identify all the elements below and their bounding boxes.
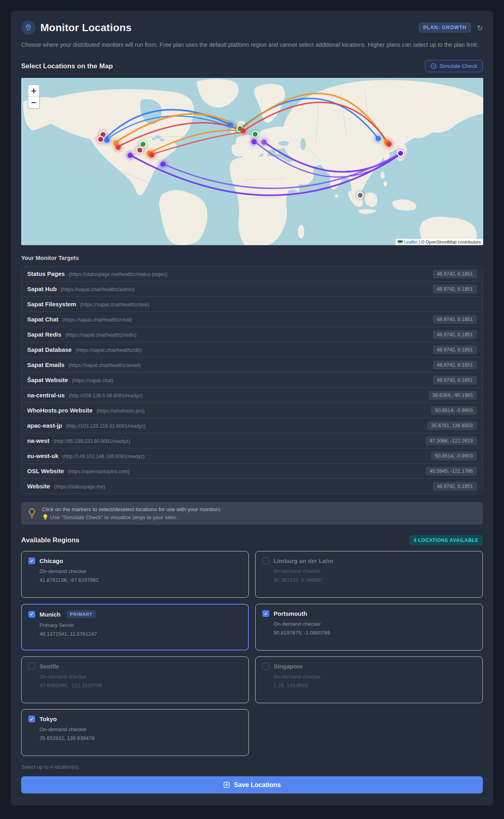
- page-title: Monitor Locations: [40, 22, 132, 34]
- world-map[interactable]: + − Leaflet | © OpenStreetMap contributo…: [21, 78, 483, 245]
- map-marker[interactable]: [385, 140, 393, 148]
- target-name: Sapat Hub: [27, 286, 57, 292]
- target-row: eu-west-uk(http://149.102.146.185:8081/r…: [21, 448, 483, 464]
- target-name: Website: [27, 483, 50, 490]
- map-marker[interactable]: [356, 191, 364, 199]
- region-name: Munich: [40, 611, 61, 618]
- map-marker[interactable]: [239, 127, 247, 135]
- target-name: eu-west-uk: [27, 452, 58, 459]
- target-name: Sapat Database: [27, 346, 72, 353]
- target-coords-badge: 48.9742, 8.1851: [433, 315, 477, 324]
- save-icon: [223, 781, 230, 788]
- region-type: Primary Server: [40, 622, 242, 628]
- tip-box: Click on the markers to select/deselect …: [21, 502, 483, 525]
- save-locations-button[interactable]: Save Locations: [21, 776, 483, 793]
- target-coords-badge: 48.9742, 8.1851: [433, 285, 477, 293]
- region-name: Portsmouth: [274, 610, 307, 617]
- target-row: Website(https://statuspage.me)48.9742, 8…: [21, 478, 483, 494]
- map-marker[interactable]: [103, 136, 111, 144]
- panel-header: Monitor Locations PLAN: GROWTH ↻: [21, 20, 483, 35]
- map-marker[interactable]: [374, 135, 382, 143]
- target-row: Sapat Filesystem(https://sapat.chat/heal…: [21, 296, 483, 312]
- map-marker[interactable]: [114, 143, 122, 151]
- checkbox-tokyo[interactable]: ✓: [28, 716, 35, 722]
- target-name: Status Pages: [27, 270, 65, 277]
- target-coords-badge: 35.6761, 139.6503: [427, 421, 477, 430]
- checkbox-seattle[interactable]: [28, 663, 35, 670]
- leaflet-link[interactable]: Leaflet: [404, 240, 417, 244]
- target-coords-badge: 50.8514, -0.9903: [431, 406, 477, 415]
- target-row: WhoHosts.pro Website(https://whohosts.pr…: [21, 403, 483, 418]
- region-type: On-demand checker: [274, 621, 476, 627]
- region-card-seattle[interactable]: SeattleOn-demand checker47.6062095, -122…: [21, 656, 249, 703]
- target-coords-badge: 48.9742, 8.1851: [433, 345, 477, 354]
- checkbox-singapore[interactable]: [262, 663, 269, 670]
- tip-line-2: 💡 Use "Simulate Check" to visualize ping…: [42, 514, 222, 520]
- checkbox-portsmouth[interactable]: ✓: [262, 610, 269, 617]
- target-url: (https://statuspage.me): [54, 484, 105, 490]
- region-card-tokyo[interactable]: ✓TokyoOn-demand checker35.652832, 139.83…: [21, 709, 249, 756]
- target-name: na-central-us: [27, 392, 65, 399]
- region-coords: 35.652832, 139.839478: [40, 735, 242, 741]
- region-name: Tokyo: [40, 716, 57, 722]
- checkbox-limburg-an-der-lahn[interactable]: [262, 557, 269, 564]
- target-name: Sapat Chat: [27, 316, 58, 323]
- target-row: na-central-us(http://209.126.0.56:8081/r…: [21, 387, 483, 403]
- targets-heading: Your Monitor Targets: [21, 255, 483, 261]
- map-marker[interactable]: [250, 138, 258, 146]
- map-marker[interactable]: [251, 130, 259, 138]
- map-marker[interactable]: [126, 151, 134, 159]
- region-coords: 50.383333, 8.066667: [274, 577, 476, 583]
- region-name: Seattle: [40, 663, 59, 670]
- target-url: (https://sapat.chat/healthz/chat): [62, 317, 132, 323]
- target-coords-badge: 48.9742, 8.1851: [433, 482, 477, 491]
- region-card-limburg-an-der-lahn[interactable]: Limburg an der LahnOn-demand checker50.3…: [255, 551, 483, 598]
- region-card-portsmouth[interactable]: ✓PortsmouthOn-demand checker50.8197675, …: [255, 604, 483, 650]
- monitor-locations-panel: Monitor Locations PLAN: GROWTH ↻ Choose …: [11, 11, 493, 805]
- target-url: (http://103.125.216.51:8081/readyz): [66, 423, 146, 429]
- target-name: Sapat Filesystem: [27, 301, 76, 307]
- simulate-check-button[interactable]: Simulate Check: [425, 60, 483, 72]
- region-grid: ✓ChicagoOn-demand checker41.8781136, -87…: [21, 551, 483, 756]
- region-name: Limburg an der Lahn: [274, 557, 333, 564]
- region-card-chicago[interactable]: ✓ChicagoOn-demand checker41.8781136, -87…: [21, 551, 249, 598]
- region-card-singapore[interactable]: SingaporeOn-demand checker1.29, 103.8503: [255, 656, 483, 703]
- play-circle-icon: [431, 63, 437, 69]
- target-url: (https://sapat.chat/healthz/email): [68, 363, 141, 368]
- target-url: (http://85.239.233.60:8081/readyz): [54, 438, 130, 444]
- target-row: Šapat Website(https://sapat.chat)48.9742…: [21, 372, 483, 388]
- map-marker[interactable]: [136, 146, 144, 154]
- target-row: Sapat Redis(https://sapat.chat/healthz/r…: [21, 327, 483, 342]
- target-coords-badge: 38.6364, -90.1985: [429, 391, 477, 400]
- region-name: Singapore: [274, 663, 303, 670]
- ukraine-flag-icon: [398, 240, 403, 244]
- map-marker[interactable]: [226, 121, 234, 129]
- region-type: On-demand checker: [40, 568, 242, 574]
- map-section-heading: Select Locations on the Map: [21, 62, 113, 70]
- map-marker[interactable]: [397, 149, 405, 157]
- checkbox-munich[interactable]: ✓: [28, 611, 35, 618]
- target-name: Sapat Redis: [27, 331, 62, 338]
- checkbox-chicago[interactable]: ✓: [28, 557, 35, 564]
- region-coords: 1.29, 103.8503: [274, 682, 476, 688]
- map-marker[interactable]: [260, 138, 268, 146]
- target-name: apac-east-jp: [27, 422, 62, 429]
- region-type: On-demand checker: [274, 674, 476, 680]
- map-marker[interactable]: [159, 160, 167, 168]
- selection-limit-note: Select up to 4 location(s).: [21, 764, 483, 770]
- region-coords: 50.8197675, -1.0880769: [274, 630, 476, 636]
- monitor-targets-list: Status Pages(https://statuspage.me/healt…: [21, 266, 483, 494]
- target-name: Šapat Website: [27, 377, 68, 383]
- map-zoom-out-button[interactable]: −: [28, 97, 39, 108]
- map-zoom-in-button[interactable]: +: [28, 85, 39, 97]
- target-url: (http://149.102.146.185:8081/readyz): [62, 454, 145, 459]
- target-url: (https://statuspage.me/healthz/status-pa…: [69, 272, 167, 277]
- location-pin-icon: [21, 20, 36, 35]
- refresh-icon[interactable]: ↻: [477, 24, 483, 32]
- target-name: Sapat Emails: [27, 361, 64, 368]
- map-marker[interactable]: [148, 151, 156, 159]
- primary-badge: PRIMARY: [67, 610, 96, 618]
- target-url: (https://whohosts.pro): [97, 408, 145, 414]
- target-name: WhoHosts.pro Website: [27, 407, 93, 414]
- region-card-munich[interactable]: ✓MunichPRIMARYPrimary Server48.1371541, …: [21, 604, 249, 650]
